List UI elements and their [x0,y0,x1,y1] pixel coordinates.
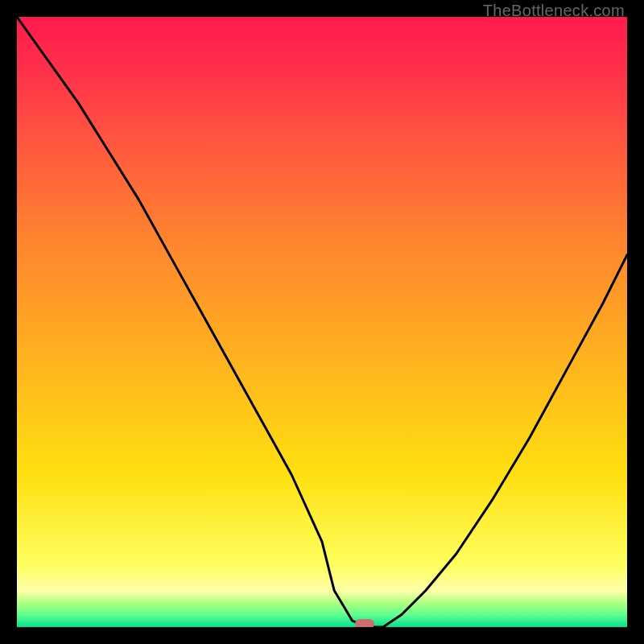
bottleneck-curve-path [17,17,627,627]
optimal-point-marker [355,619,374,627]
chart-container: TheBottleneck.com [0,0,644,644]
curve-svg [17,17,627,627]
plot-area [17,17,627,627]
